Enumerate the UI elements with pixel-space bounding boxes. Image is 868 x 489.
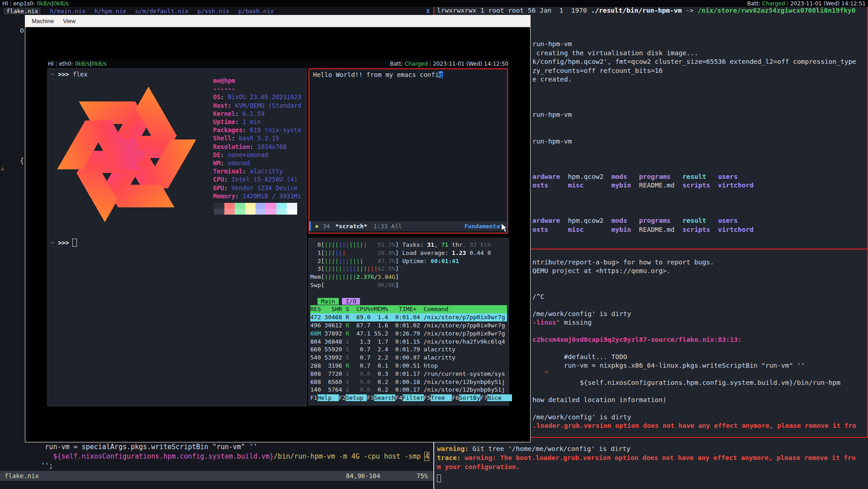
editor-tab[interactable]: u/m/default.nix [135,8,188,14]
battery-clock: Batt: Charged | 2023-11-01 (Wed) 14:12:5… [747,0,866,7]
text-segment: Hello World!! from my emacs confi [313,71,439,78]
text-segment [548,226,568,233]
vm-status-bar: HI | eth0: 0kB/s|0kB/s Batt: Charged | 2… [47,60,510,67]
text-segment [671,173,683,180]
color-swatch [276,209,287,215]
text-segment: : [220,159,228,167]
text-segment: 31 [427,241,434,248]
text-segment: users [718,173,738,180]
text-segment: 288 3196 [310,362,346,369]
xmobar-status-bar: HI | enp1s0: 0kB/s|0kB/s Batt: Charged |… [0,0,868,7]
text-segment: 6.1.59 [242,110,265,117]
text-segment: R [346,322,349,329]
terminal-line: 140 5764 S 0.0 0.2 0:00.17 /nix/store/12… [310,386,507,394]
text-segment: , [434,241,441,248]
text-segment: 47.1 55.2 0:26.79 /nix/store/p7pp0ix0wr7… [349,330,505,337]
text-segment: 0.2 0:00.18 /nix/store/12bynbp6y51j [370,379,505,385]
text-segment: lrwxrwxrwx 1 root root 56 Jan 1 1970 [437,7,591,14]
terminal-line: Shell: bash 5.2.15 [213,134,301,142]
text-segment: 688 6560 [310,379,346,385]
emacs-buffer-text: Hello World!! from my emacs config [313,71,443,78]
text-segment: c2bcsm4xmj0vd0capi9q2yc0yzl87-source/fla… [532,336,742,343]
terminal-line: run-vm = specialArgs.pkgs.writeScriptBin… [0,442,429,452]
terminal-line [532,199,856,208]
buffer-status-dot: ● [315,223,318,229]
menu-machine[interactable]: Machine [28,17,57,25]
text-segment: 619 (nix-syste [250,126,301,134]
text-segment: me@hpm [213,77,235,84]
color-swatch [256,209,266,215]
qemu-window[interactable]: Machine View HI | eth0: 0kB/s|0kB/s Batt… [25,15,531,442]
terminal-line: 660 55920 S 0.7 2.4 0:01.79 alacritty [310,345,507,354]
text-segment: ||||||||| [324,273,356,280]
text-segment: Filter [403,394,424,401]
text-segment: README.md [639,226,675,233]
text-segment: hpm.qcow2 [568,217,604,224]
text-segment: 1 min [242,118,261,125]
text-segment: scripts [683,226,710,233]
text-segment: ||| [349,258,360,264]
text-segment: 67.7 1.6 0:01.02 /nix/store/p7pp0ix0wr7g [349,322,505,329]
text-segment: README.md [639,182,675,189]
text-segment [324,282,377,288]
color-swatch [266,203,276,209]
text-segment: 0.2 0:00.17 /nix/store/12bynbp6y51j [370,386,505,393]
terminal-line [532,190,856,199]
text-segment: NixOS 23.05.20231023 [228,93,302,101]
editor-tab[interactable]: h/main.nix [50,8,85,14]
vm-emacs-window[interactable]: Hello World!! from my emacs config ● 34 … [308,68,508,234]
terminal-line: WM: xmonad [213,159,301,167]
terminal-line: run-hpm-vm [532,137,856,146]
terminal-line [532,301,856,310]
text-segment: Setup [346,394,367,401]
color-swatch [287,203,297,209]
text-segment: 2023-11-01 (Wed) 14:12:50 [433,61,508,67]
text-segment: Git tree '/home/me/work/config' is dirty [469,445,631,452]
editor-tab[interactable]: p/bash.nix [238,8,274,14]
vm-terminal-window[interactable]: ~ >>> flex [47,68,307,406]
text-segment: Memory [213,192,235,200]
terminal-line: Host: KVM/QEMU (Standard [213,101,301,110]
text-segment: 47.7% [378,258,395,264]
text-segment: Tasks: [403,241,427,248]
text-segment: >>> [58,71,69,78]
text-segment: 0.7 2.4 0:01.79 alacritty [349,346,455,353]
text-segment [584,182,612,189]
text-segment: Load average: [403,249,452,256]
text-segment: enp1s0: [13,0,37,7]
editor-tab-active[interactable]: flake.nix [4,8,41,14]
text-segment [603,217,611,224]
modeline-filename: flake.nix [5,472,39,479]
editor-tab[interactable]: p/ssh.nix [198,8,229,14]
terminal-line [532,387,856,396]
vm-htop-window[interactable]: 0[|||||||||||| 51.7%] Tasks: 31, 71 thr,… [308,238,509,405]
text-segment: run-vm = specialArgs.pkgs.writeScriptBin… [0,443,257,451]
menu-view[interactable]: View [59,17,79,25]
text-segment: ' missing [556,319,592,326]
text-segment: F6 [452,394,459,401]
text-segment [560,173,568,180]
terminal-line: .loader.grub.version option does not hav… [532,422,856,430]
vm-network-status: HI | eth0: 0kB/s|0kB/s [48,61,107,67]
modeline-number: 34 [323,223,330,230]
terminal-line: ''; [0,461,429,471]
text-segment [310,298,318,305]
terminal-line: DE: none+xmonad [213,151,301,159]
modeline-position: 84,96-104 [346,472,380,479]
color-swatch [214,209,224,215]
text-segment: R [346,362,349,369]
text-segment: result [683,217,706,224]
vm-battery-clock: Batt: Charged | 2023-11-01 (Wed) 14:12:5… [390,61,508,67]
close-icon[interactable]: X [426,8,430,14]
text-segment: 0kB/s [75,61,90,67]
editor-tab[interactable]: h/hpm.nix [95,8,126,14]
terminal-line: 0[|||||||||||| 51.7%] Tasks: 31, 71 thr,… [310,241,507,249]
text-segment: : [250,143,257,150]
text-segment: : [235,110,242,117]
text-segment: 1.23 [452,249,466,256]
text-segment: Help [318,394,339,401]
editor-text-fragment: { [20,157,24,165]
text-segment [505,394,512,401]
terminal-line: trace: warning: The boot.loader.grub.ver… [437,453,855,462]
text-segment: 71 [441,241,449,248]
